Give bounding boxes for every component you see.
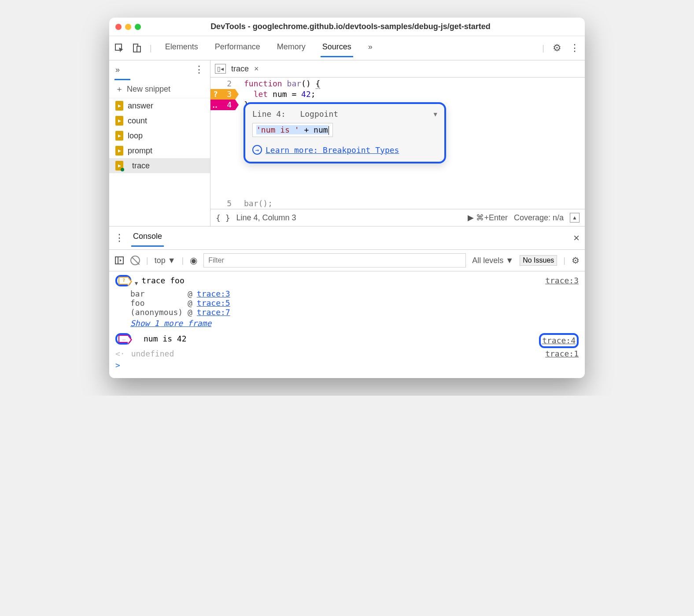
line-number-3-conditional-bp[interactable]: 3 — [210, 89, 235, 100]
logpoint-expression-input[interactable]: 'num is ' + num — [252, 123, 333, 137]
toggle-navigator-icon[interactable]: ▯◂ — [215, 64, 226, 74]
return-arrow-icon: <· — [115, 348, 125, 360]
snippet-item-count[interactable]: count — [109, 113, 210, 128]
devtools-window: DevTools - googlechrome.github.io/devtoo… — [109, 18, 585, 378]
snippet-name: count — [128, 116, 147, 126]
stack-frame-link[interactable]: trace:3 — [197, 289, 230, 298]
issues-button[interactable]: No Issues — [520, 255, 557, 266]
more-tabs-menu[interactable]: » — [366, 39, 374, 57]
svg-rect-2 — [137, 46, 140, 52]
code-line-5[interactable]: bar(); — [235, 198, 585, 209]
coverage-status: Coverage: n/a — [514, 213, 564, 223]
snippet-name: trace — [132, 161, 150, 171]
show-more-frames-link[interactable]: Show 1 more frame — [130, 319, 211, 328]
console-return-row: <· undefined trace:1 — [115, 348, 579, 360]
run-snippet-hint[interactable]: ▶ ⌘+Enter — [468, 213, 508, 223]
console-output: ? ▼ trace foo trace:3 bar@ trace:3foo@ t… — [109, 271, 585, 378]
zoom-window-button[interactable] — [135, 24, 141, 30]
return-value: undefined — [131, 348, 174, 360]
context-selector[interactable]: top ▼ — [155, 256, 176, 265]
window-title: DevTools - googlechrome.github.io/devtoo… — [149, 22, 579, 31]
gear-icon[interactable]: ⚙ — [552, 43, 562, 53]
snippet-name: answer — [128, 101, 153, 111]
sidebar-menu-icon[interactable]: ⋮ — [194, 64, 204, 75]
learn-more-text[interactable]: Learn more: Breakpoint Types — [266, 145, 399, 155]
sidebar-header: » ⋮ — [109, 60, 210, 79]
code-line-2[interactable]: function bar() { — [235, 78, 585, 89]
popup-header: Line 4: Logpoint ▼ — [252, 109, 437, 119]
new-snippet-button[interactable]: ＋ New snippet — [109, 80, 210, 98]
line-number-4-logpoint[interactable]: 4 — [210, 100, 235, 110]
logpoint-popup: Line 4: Logpoint ▼ 'num is ' + num → Lea… — [244, 102, 446, 163]
popup-line-label: Line 4: — [252, 109, 286, 119]
tab-sources[interactable]: Sources — [321, 39, 353, 57]
close-tab-icon[interactable]: × — [254, 64, 259, 74]
minimize-window-button[interactable] — [125, 24, 131, 30]
line-number-2[interactable]: 2 — [210, 78, 235, 89]
console-settings-icon[interactable]: ⚙ — [572, 255, 580, 266]
popup-type-label[interactable]: Logpoint — [300, 109, 338, 119]
prompt-icon: > — [115, 360, 120, 371]
snippet-item-loop[interactable]: loop — [109, 128, 210, 143]
console-prompt-row[interactable]: > — [115, 360, 579, 371]
trace-source-link[interactable]: trace:3 — [545, 275, 579, 286]
disclosure-triangle-icon[interactable]: ▼ — [135, 278, 138, 289]
snippet-file-icon — [115, 101, 123, 111]
tab-memory[interactable]: Memory — [275, 39, 307, 57]
gutter[interactable]: 2 3 4 5 — [210, 78, 235, 209]
snippet-item-answer[interactable]: answer — [109, 98, 210, 113]
device-icon[interactable] — [132, 43, 142, 53]
logpoint-source-link[interactable]: trace:4 — [542, 335, 576, 346]
learn-more-link[interactable]: → Learn more: Breakpoint Types — [252, 145, 437, 155]
inspect-icon[interactable] — [114, 43, 124, 53]
snippet-name: prompt — [128, 146, 152, 156]
snippet-item-trace[interactable]: trace — [109, 158, 210, 173]
console-logpoint-row: ‥ num is 42 trace:4 — [115, 333, 579, 348]
drawer-tab-console[interactable]: Console — [131, 229, 164, 247]
tab-elements[interactable]: Elements — [163, 39, 200, 57]
stack-frame-link[interactable]: trace:7 — [197, 308, 230, 317]
clear-console-icon[interactable] — [130, 256, 140, 265]
code-area[interactable]: 2 3 4 5 function bar() { let num = 42; }… — [210, 78, 585, 209]
editor-tab-filename[interactable]: trace — [231, 64, 249, 74]
highlight-trace-badge: ? — [115, 275, 131, 286]
toggle-details-icon[interactable]: ▲ — [570, 213, 580, 223]
line-number-5[interactable]: 5 — [210, 198, 235, 209]
snippet-name: loop — [128, 131, 143, 141]
logpoint-icon: ‥ — [118, 335, 128, 343]
logpoint-message: num is 42 — [144, 333, 187, 345]
kebab-menu-icon[interactable]: ⋮ — [570, 43, 580, 53]
log-level-selector[interactable]: All levels ▼ — [472, 256, 513, 265]
close-window-button[interactable] — [115, 24, 122, 30]
chevron-down-icon[interactable]: ▼ — [434, 111, 437, 118]
highlight-logpoint-badge: ‥ — [115, 333, 131, 345]
drawer-tabbar: ⋮ Console × — [109, 226, 585, 250]
tab-performance[interactable]: Performance — [213, 39, 262, 57]
return-source-link[interactable]: trace:1 — [545, 348, 579, 360]
sidebar: » ⋮ ＋ New snippet answercountlooppromptt… — [109, 60, 210, 226]
code-editor: ▯◂ trace × 2 3 4 5 function bar() { let … — [210, 60, 585, 226]
snippet-file-icon — [115, 116, 123, 126]
pretty-print-icon[interactable]: { } — [216, 213, 230, 223]
close-drawer-icon[interactable]: × — [573, 232, 580, 244]
plus-icon: ＋ — [115, 84, 123, 94]
sidebar-more-sections[interactable]: » — [115, 65, 120, 74]
gutter-gap — [210, 110, 235, 198]
code-line-3[interactable]: let num = 42; — [235, 89, 585, 100]
stack-trace: bar@ trace:3foo@ trace:5(anonymous)@ tra… — [115, 289, 579, 317]
editor-status-bar: { } Line 4, Column 3 ▶ ⌘+Enter Coverage:… — [210, 209, 585, 226]
live-expression-icon[interactable]: ◉ — [190, 255, 197, 266]
trace-icon: ? — [118, 277, 128, 285]
editor-tabs: ▯◂ trace × — [210, 60, 585, 78]
snippet-item-prompt[interactable]: prompt — [109, 143, 210, 158]
arrow-right-circle-icon: → — [252, 145, 262, 155]
console-toolbar: | top ▼ | ◉ All levels ▼ No Issues | ⚙ — [109, 250, 585, 271]
titlebar: DevTools - googlechrome.github.io/devtoo… — [109, 18, 585, 36]
svg-rect-3 — [115, 257, 123, 264]
traffic-lights — [115, 24, 141, 30]
console-filter-input[interactable] — [203, 253, 466, 267]
console-sidebar-toggle-icon[interactable] — [114, 256, 124, 265]
snippet-file-icon — [115, 146, 123, 156]
drawer-menu-icon[interactable]: ⋮ — [114, 232, 124, 244]
stack-frame-link[interactable]: trace:5 — [197, 298, 230, 308]
